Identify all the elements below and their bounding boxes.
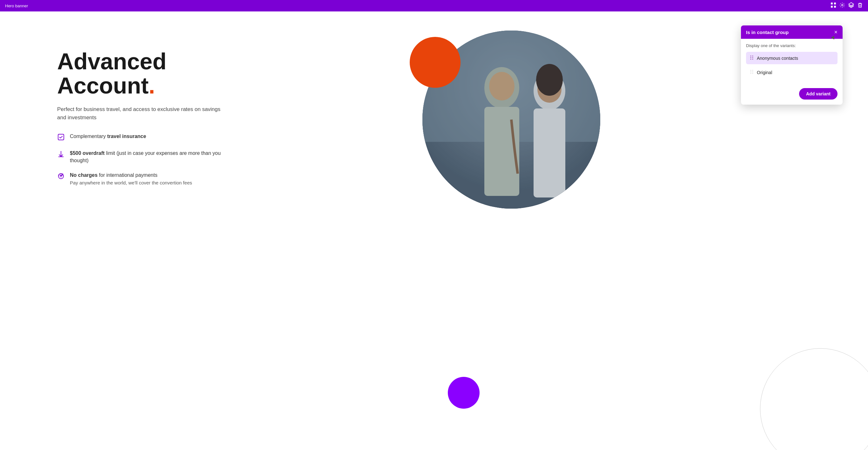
svg-point-24 (750, 57, 751, 58)
svg-point-27 (752, 59, 753, 60)
feature-sub-nocharges: Pay anywhere in the world, we'll cover t… (70, 180, 192, 186)
drag-handle-icon (750, 55, 754, 61)
hero-title: Advanced Account. (57, 50, 222, 97)
hero-subtitle: Perfect for business travel, and access … (57, 105, 222, 121)
feature-text-nocharges: No charges for international payments Pa… (70, 172, 192, 186)
top-bar: Hero banner (0, 0, 868, 11)
svg-point-22 (750, 56, 751, 57)
variant-item-anonymous[interactable]: Anonymous contacts (746, 52, 838, 64)
hero-left: Advanced Account. Perfect for business t… (57, 50, 222, 186)
grid-icon[interactable] (831, 2, 836, 9)
svg-rect-2 (831, 6, 833, 8)
feature-text-insurance: Complementary travel insurance (70, 133, 146, 140)
variant-item-original[interactable]: Original (746, 66, 838, 79)
main-content: Advanced Account. Perfect for business t… (0, 11, 868, 450)
svg-point-26 (750, 59, 751, 60)
svg-point-23 (752, 56, 753, 57)
svg-point-32 (750, 73, 751, 74)
svg-rect-3 (834, 6, 836, 8)
popup-close-button[interactable]: × (834, 29, 838, 35)
svg-rect-0 (831, 3, 833, 4)
svg-point-28 (750, 70, 751, 71)
feature-item-nocharges: No charges for international payments Pa… (57, 172, 222, 186)
feature-text-overdraft: $500 overdraft limit (just in case your … (70, 150, 222, 164)
popup-footer: Add variant (741, 86, 843, 105)
feature-item-insurance: Complementary travel insurance (57, 133, 222, 142)
svg-point-30 (750, 72, 751, 73)
title-dot: . (149, 73, 155, 98)
popup-title: Is in contact group (746, 30, 788, 35)
checkbox-icon (57, 134, 65, 142)
svg-point-29 (752, 70, 753, 71)
svg-point-25 (752, 57, 753, 58)
svg-point-31 (752, 72, 753, 73)
svg-point-33 (752, 73, 753, 74)
layers-icon[interactable] (848, 2, 854, 9)
popup-display-label: Display one of the variants: (746, 43, 838, 48)
svg-rect-1 (834, 3, 836, 4)
popup-header: Is in contact group × (741, 25, 843, 39)
arrow-down-icon (57, 150, 65, 159)
variant-label-original: Original (757, 70, 772, 75)
refresh-icon (57, 172, 65, 181)
feature-item-overdraft: $500 overdraft limit (just in case your … (57, 150, 222, 164)
trash-icon[interactable] (857, 2, 863, 9)
feature-list: Complementary travel insurance $500 over… (57, 133, 222, 186)
drag-handle-icon-original (750, 69, 754, 75)
popup-contact-group: Is in contact group × Display one of the… (741, 25, 843, 105)
top-bar-title: Hero banner (5, 3, 28, 8)
settings-icon[interactable] (839, 2, 845, 9)
svg-point-4 (842, 4, 843, 6)
top-bar-icons (831, 2, 863, 9)
add-variant-button[interactable]: Add variant (799, 88, 838, 100)
purple-circle-decoration (448, 377, 479, 409)
orange-circle-decoration (410, 37, 461, 88)
variant-label-anonymous: Anonymous contacts (757, 56, 798, 61)
popup-body: Display one of the variants: Anonymous c… (741, 39, 843, 86)
outline-circle-decoration (760, 348, 868, 450)
